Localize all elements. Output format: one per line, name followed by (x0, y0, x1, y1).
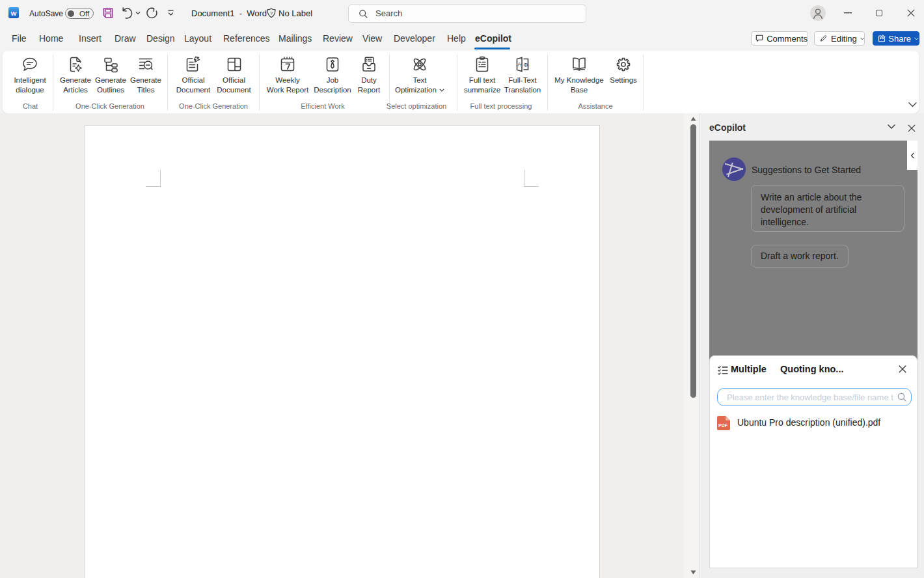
svg-text:?: ? (270, 10, 273, 16)
svg-text:Ф: Ф (524, 62, 528, 68)
svg-text:A: A (517, 61, 521, 68)
svg-text:PDF: PDF (718, 423, 728, 428)
svg-text:W: W (11, 10, 17, 17)
